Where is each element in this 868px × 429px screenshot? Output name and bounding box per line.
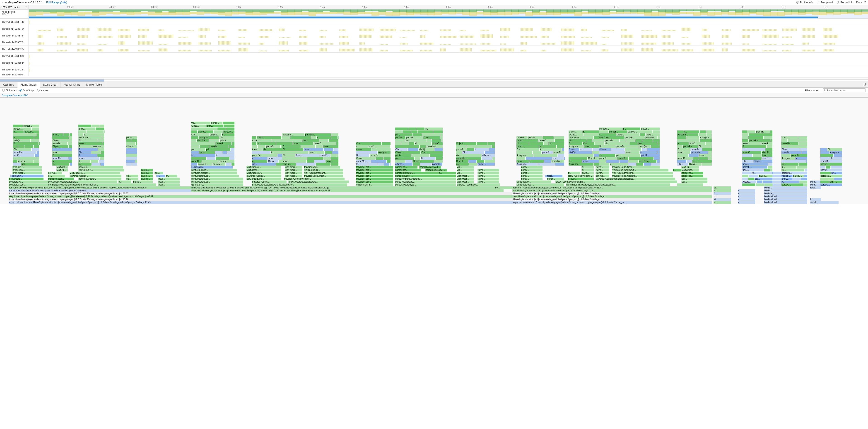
flame-frame[interactable]: parseMa...: [781, 172, 802, 175]
flame-frame[interactable]: t...: [517, 151, 532, 154]
flame-frame[interactable]: [820, 166, 825, 168]
flame-frame[interactable]: [78, 130, 86, 133]
flame-frame[interactable]: print /...: [521, 166, 542, 168]
flame-frame[interactable]: /...: [738, 198, 755, 201]
flame-frame[interactable]: parseE...: [215, 142, 231, 145]
flame-frame[interactable]: parseE...: [599, 157, 617, 160]
flame-frame[interactable]: visitQu...: [568, 151, 592, 154]
flame-frame[interactable]: traver...: [356, 148, 371, 151]
flame-frame[interactable]: Class...: [268, 160, 278, 163]
flame-frame[interactable]: [820, 154, 833, 157]
flame-frame[interactable]: [742, 175, 748, 177]
flame-frame[interactable]: printJoin /...: [12, 166, 42, 168]
flame-frame[interactable]: generate /U...: [517, 181, 551, 183]
flame-frame[interactable]: print /...: [220, 139, 235, 142]
range-link[interactable]: Full Range (3.9s): [46, 1, 67, 4]
flame-frame[interactable]: [742, 154, 752, 157]
flame-frame[interactable]: parseE...: [406, 136, 423, 139]
flame-frame[interactable]: [781, 154, 790, 157]
flame-frame[interactable]: [802, 172, 807, 175]
tab-flame-graph[interactable]: Flame Graph: [18, 82, 40, 88]
flame-frame[interactable]: [332, 151, 338, 154]
flame-frame[interactable]: Modul...: [764, 189, 807, 192]
flame-frame[interactable]: [214, 130, 223, 133]
flame-frame[interactable]: pri...: [395, 133, 412, 136]
flame-frame[interactable]: Cla...: [517, 148, 539, 151]
flame-frame[interactable]: transform /Users/bytedance/project/jsdem…: [191, 189, 503, 192]
flame-frame[interactable]: [223, 122, 235, 124]
flame-frame[interactable]: visitQueue /U...: [246, 172, 281, 175]
flame-frame[interactable]: [492, 157, 495, 160]
flame-frame[interactable]: [319, 139, 328, 142]
flame-frame[interactable]: generate /U...: [191, 183, 243, 186]
flame-frame[interactable]: vis...: [599, 154, 615, 157]
flame-frame[interactable]: [599, 130, 609, 133]
flame-frame[interactable]: [126, 151, 137, 154]
flame-frame[interactable]: a...: [714, 201, 731, 204]
flame-frame[interactable]: [636, 163, 643, 165]
flame-frame[interactable]: [336, 142, 338, 145]
flame-frame[interactable]: [594, 154, 599, 157]
flame-frame[interactable]: parseFa...: [683, 145, 698, 148]
flame-frame[interactable]: [68, 157, 72, 160]
flame-frame[interactable]: p...: [52, 160, 72, 163]
tab-call-tree[interactable]: Call Tree: [0, 82, 18, 87]
flame-frame[interactable]: [39, 142, 40, 145]
flame-frame[interactable]: [781, 139, 787, 142]
flame-frame[interactable]: /...: [738, 201, 755, 204]
flame-frame[interactable]: parseC...: [793, 175, 804, 177]
flame-frame[interactable]: [52, 148, 72, 151]
flame-frame[interactable]: trave...: [477, 172, 499, 175]
flame-frame[interactable]: [765, 183, 772, 186]
flame-frame[interactable]: parseC...: [820, 183, 842, 186]
flame-frame[interactable]: visit /Users/bytedanc...: [612, 172, 673, 175]
flame-frame[interactable]: [756, 183, 764, 186]
flame-frame[interactable]: [625, 148, 641, 151]
flame-frame[interactable]: visitQu...: [419, 148, 434, 151]
thread-activity-area[interactable]: [29, 32, 868, 39]
flame-frame[interactable]: trave...: [762, 154, 772, 157]
tab-marker-table[interactable]: Marker Table: [83, 82, 105, 87]
flame-frame[interactable]: [223, 125, 235, 127]
flame-frame[interactable]: [13, 163, 21, 165]
flame-frame[interactable]: [804, 183, 807, 186]
flame-frame[interactable]: tr...: [84, 133, 104, 136]
flame-frame[interactable]: [368, 163, 377, 165]
flame-frame[interactable]: t...: [13, 157, 37, 160]
flame-frame[interactable]: /Users...: [252, 139, 272, 142]
flame-frame[interactable]: [594, 136, 599, 139]
flame-frame[interactable]: traver...: [78, 142, 102, 145]
main-track-graph[interactable]: [29, 9, 868, 18]
flame-frame[interactable]: [804, 175, 807, 177]
flame-frame[interactable]: [792, 178, 801, 180]
flame-frame[interactable]: [282, 157, 307, 160]
flame-frame[interactable]: [770, 130, 772, 133]
flame-frame[interactable]: ex...: [126, 175, 138, 177]
flame-frame[interactable]: pri...: [548, 142, 564, 145]
flame-frame[interactable]: Class...: [395, 151, 421, 154]
flame-frame[interactable]: [742, 172, 751, 175]
flame-frame[interactable]: a...: [714, 189, 731, 192]
flame-frame[interactable]: [413, 133, 422, 136]
flame-frame[interactable]: [677, 136, 686, 139]
flame-frame[interactable]: [834, 154, 842, 157]
flame-frame[interactable]: parseFa...: [305, 133, 331, 136]
flame-frame[interactable]: parseFa...: [198, 163, 212, 165]
flame-frame[interactable]: /Users...: [742, 181, 756, 183]
flame-frame[interactable]: /Users...: [126, 145, 137, 148]
flame-frame[interactable]: Cla...: [356, 142, 381, 145]
flame-frame[interactable]: Object...: [588, 157, 599, 160]
flame-frame[interactable]: if...: [610, 163, 628, 165]
flame-frame[interactable]: B...: [568, 160, 582, 163]
flame-frame[interactable]: parseExp...: [395, 166, 418, 168]
flame-frame[interactable]: trave...: [252, 148, 262, 151]
flame-frame[interactable]: [314, 160, 325, 163]
flame-frame[interactable]: parsePro...: [681, 172, 703, 175]
flame-frame[interactable]: [568, 157, 587, 160]
flame-frame[interactable]: parseM...: [24, 130, 39, 133]
flame-frame[interactable]: [686, 136, 699, 139]
flame-frame[interactable]: tr...: [781, 166, 797, 168]
flame-frame[interactable]: [781, 145, 787, 148]
flame-frame[interactable]: async.call.result.err.err /Users/bytedan…: [512, 201, 712, 204]
flame-frame[interactable]: [418, 130, 433, 133]
